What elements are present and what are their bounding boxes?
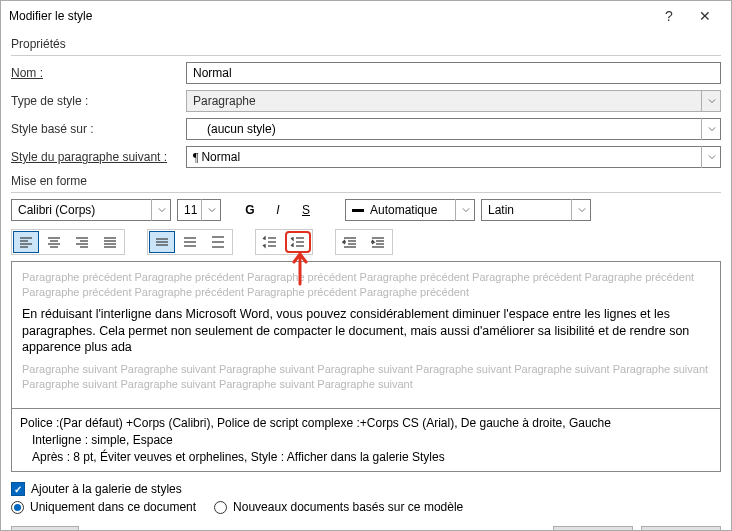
align-center-button[interactable] bbox=[41, 231, 67, 253]
paragraph-toolbar bbox=[11, 229, 721, 255]
font-family-select[interactable]: Calibri (Corps) bbox=[11, 199, 171, 221]
align-justify-button[interactable] bbox=[97, 231, 123, 253]
chevron-down-icon[interactable] bbox=[701, 146, 721, 168]
add-to-gallery-checkbox[interactable]: ✓ bbox=[11, 482, 25, 496]
format-menu-button[interactable]: Format▾ bbox=[11, 526, 79, 531]
increase-para-spacing-button[interactable] bbox=[257, 231, 283, 253]
style-name-input[interactable] bbox=[186, 62, 721, 84]
preview-next-text: Paragraphe suivant Paragraphe suivant Pa… bbox=[22, 362, 710, 392]
chevron-down-icon[interactable] bbox=[151, 199, 171, 221]
chevron-down-icon[interactable] bbox=[571, 199, 591, 221]
title-bar: Modifier le style ? ✕ bbox=[1, 1, 731, 31]
ok-button[interactable]: OK bbox=[553, 526, 633, 531]
divider bbox=[11, 55, 721, 56]
chevron-down-icon[interactable] bbox=[455, 199, 475, 221]
based-on-select[interactable]: (aucun style) bbox=[186, 118, 721, 140]
bold-button[interactable]: G bbox=[239, 199, 261, 221]
close-button[interactable]: ✕ bbox=[687, 4, 723, 28]
style-description: Police :(Par défaut) +Corps (Calibri), P… bbox=[11, 409, 721, 472]
formatting-heading: Mise en forme bbox=[11, 174, 721, 188]
decrease-para-spacing-button[interactable] bbox=[285, 231, 311, 253]
font-toolbar: Calibri (Corps) 11 G I S Automatique Lat… bbox=[11, 199, 721, 221]
cancel-button[interactable]: Annuler bbox=[641, 526, 721, 531]
preview-pane: Paragraphe précédent Paragraphe précéden… bbox=[11, 261, 721, 409]
increase-indent-button[interactable] bbox=[365, 231, 391, 253]
name-label: Nom : bbox=[11, 66, 186, 80]
chevron-down-icon[interactable] bbox=[701, 90, 721, 112]
italic-button[interactable]: I bbox=[267, 199, 289, 221]
add-to-gallery-label: Ajouter à la galerie de styles bbox=[31, 482, 182, 496]
preview-prev-text: Paragraphe précédent Paragraphe précéden… bbox=[22, 270, 710, 300]
following-label: Style du paragraphe suivant : bbox=[11, 150, 186, 164]
following-select[interactable]: ¶ Normal bbox=[186, 146, 721, 168]
chevron-down-icon[interactable] bbox=[201, 199, 221, 221]
decrease-indent-button[interactable] bbox=[337, 231, 363, 253]
preview-body-text: En réduisant l'interligne dans Microsoft… bbox=[22, 306, 710, 357]
dialog-title: Modifier le style bbox=[9, 9, 651, 23]
style-type-select[interactable]: Paragraphe bbox=[186, 90, 721, 112]
chevron-down-icon[interactable] bbox=[701, 118, 721, 140]
only-this-doc-label: Uniquement dans ce document bbox=[30, 500, 196, 514]
line-spacing-1-5-button[interactable] bbox=[177, 231, 203, 253]
based-on-label: Style basé sur : bbox=[11, 122, 186, 136]
new-docs-label: Nouveaux documents basés sur ce modèle bbox=[233, 500, 463, 514]
divider bbox=[11, 192, 721, 193]
type-label: Type de style : bbox=[11, 94, 186, 108]
new-docs-radio[interactable] bbox=[214, 501, 227, 514]
line-spacing-2-button[interactable] bbox=[205, 231, 231, 253]
align-left-button[interactable] bbox=[13, 231, 39, 253]
align-right-button[interactable] bbox=[69, 231, 95, 253]
only-this-doc-radio[interactable] bbox=[11, 501, 24, 514]
properties-heading: Propriétés bbox=[11, 37, 721, 51]
underline-button[interactable]: S bbox=[295, 199, 317, 221]
help-button[interactable]: ? bbox=[651, 4, 687, 28]
line-spacing-1-button[interactable] bbox=[149, 231, 175, 253]
